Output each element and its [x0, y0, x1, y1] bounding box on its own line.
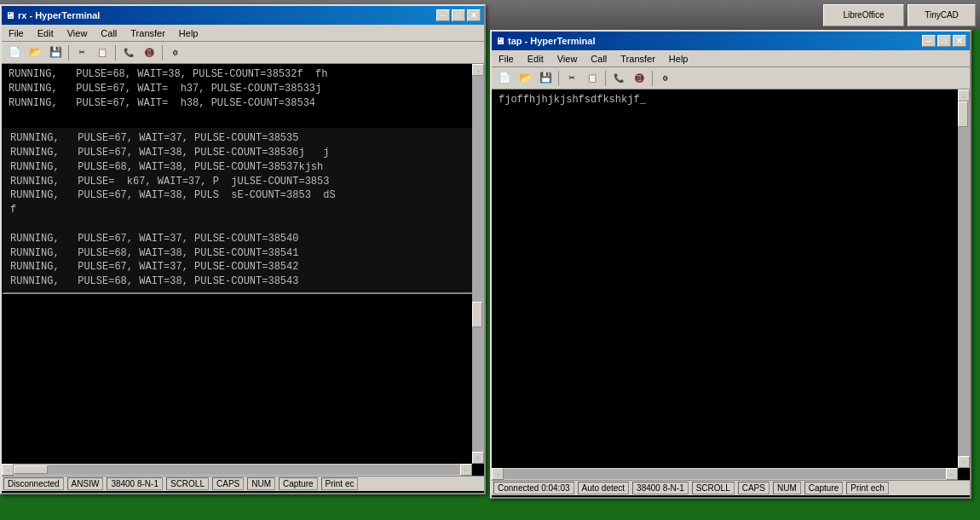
status-scroll-tap: SCROLL — [692, 482, 735, 494]
menu-view-tap[interactable]: View — [552, 53, 583, 65]
tb-copy-rx[interactable]: 📋 — [93, 44, 112, 61]
terminal-text-tap: fjoffhjhjkjshfsdfkshkjf_ — [495, 93, 966, 107]
menu-transfer-rx[interactable]: Transfer — [125, 27, 170, 39]
minimize-btn-rx[interactable]: ─ — [436, 9, 450, 21]
menu-view-rx[interactable]: View — [62, 27, 93, 39]
menu-edit-tap[interactable]: Edit — [522, 53, 549, 65]
scroll-down-btn-tap[interactable]: ▼ — [958, 456, 970, 468]
status-capture-tap: Capture — [804, 482, 844, 494]
menu-file-rx[interactable]: File — [3, 27, 29, 39]
toolbar-rx: 📄 📂 💾 ✂ 📋 📞 📵 ⚙ — [2, 42, 484, 64]
menu-help-rx[interactable]: Help — [174, 27, 204, 39]
window-icon-tap: 🖥 — [495, 36, 504, 46]
tb-cut-tap[interactable]: ✂ — [562, 70, 581, 87]
tb-save-rx[interactable]: 💾 — [46, 44, 65, 61]
hscroll-thumb-rx[interactable] — [14, 465, 48, 474]
tb-new-tap[interactable]: 📄 — [495, 70, 514, 87]
tb-sep2-tap — [605, 71, 606, 86]
terminal-line-7: RUNNING, PULSE= k67, WAIT=37, P jULSE-CO… — [7, 175, 479, 189]
tinycad-taskbar[interactable]: TinyCAD — [908, 4, 976, 26]
terminal-main-section: RUNNING, PULSE=67, WAIT=37, PULSE-COUNT=… — [2, 126, 484, 294]
tb-call-tap[interactable]: 📞 — [609, 70, 628, 87]
status-caps-tap: CAPS — [738, 482, 770, 494]
toolbar-tap: 📄 📂 💾 ✂ 📋 📞 📵 ⚙ — [492, 67, 970, 90]
scroll-thumb-rx[interactable] — [472, 302, 482, 327]
hscrollbar-tap[interactable]: ◄ ► — [492, 468, 958, 480]
tb-open-tap[interactable]: 📂 — [516, 70, 534, 87]
menu-call-tap[interactable]: Call — [585, 53, 612, 65]
scroll-right-btn-tap[interactable]: ► — [946, 468, 958, 480]
window-title-rx: rx - HyperTerminal — [18, 10, 100, 20]
status-bar-tap: Connected 0:04:03 Auto detect 38400 8-N-… — [492, 480, 970, 495]
scroll-left-btn-rx[interactable]: ◄ — [2, 464, 14, 476]
scroll-track-rx — [472, 76, 484, 452]
tb-sep2-rx — [115, 45, 116, 61]
rx-hyperterminal-window: 🖥 rx - HyperTerminal ─ □ ✕ File Edit Vie… — [0, 4, 486, 494]
vscrollbar-tap[interactable]: ▲ ▼ — [958, 90, 970, 468]
terminal-line-5: RUNNING, PULSE=67, WAIT=38, PULSE-COUNT=… — [7, 146, 479, 160]
tb-call-rx[interactable]: 📞 — [119, 44, 138, 61]
tb-open-rx[interactable]: 📂 — [26, 44, 44, 61]
libreoffice-taskbar[interactable]: LibreOffice — [823, 4, 904, 26]
terminal-line-12: RUNNING, PULSE=68, WAIT=38, PULSE-COUNT=… — [7, 246, 479, 261]
status-print-tap: Print ech — [846, 482, 888, 494]
menu-transfer-tap[interactable]: Transfer — [615, 53, 660, 65]
terminal-body-rx[interactable]: RUNNING, PULSE=68, WAIT=38, PULSE-COUNT=… — [2, 64, 484, 476]
status-encoding-tap: Auto detect — [578, 482, 630, 494]
window-title-tap: tap - HyperTerminal — [508, 36, 596, 46]
menu-file-tap[interactable]: File — [493, 53, 519, 65]
close-btn-rx[interactable]: ✕ — [467, 9, 481, 21]
terminal-top-section: RUNNING, PULSE=68, WAIT=38, PULSE-COUNT=… — [2, 64, 484, 126]
status-num-rx: NUM — [247, 477, 275, 490]
tb-disconnect-rx[interactable]: 📵 — [140, 44, 159, 61]
close-btn-tap[interactable]: ✕ — [953, 35, 966, 47]
tb-copy-tap[interactable]: 📋 — [583, 70, 602, 87]
tb-sep3-rx — [162, 45, 163, 61]
status-baud-rx: 38400 8-N-1 — [107, 477, 163, 490]
tb-sep3-tap — [652, 71, 653, 86]
scroll-right-btn-rx[interactable]: ► — [460, 464, 472, 476]
hscroll-track-tap — [504, 469, 946, 479]
terminal-line-13: RUNNING, PULSE=67, WAIT=37, PULSE-COUNT=… — [7, 260, 479, 274]
status-connection-tap: Connected 0:04:03 — [493, 482, 574, 494]
minimize-btn-tap[interactable]: ─ — [922, 35, 936, 47]
status-caps-rx: CAPS — [212, 477, 244, 490]
terminal-body-tap[interactable]: fjoffhjhjkjshfsdfkshkjf_ ▲ ▼ ◄ ► — [492, 90, 970, 480]
title-bar-rx: 🖥 rx - HyperTerminal ─ □ ✕ — [2, 6, 484, 25]
menu-edit-rx[interactable]: Edit — [32, 27, 59, 39]
maximize-btn-tap[interactable]: □ — [937, 35, 951, 47]
terminal-line-1: RUNNING, PULSE=67, WAIT= h37, PULSE-COUN… — [5, 82, 481, 96]
tb-new-rx[interactable]: 📄 — [5, 44, 24, 61]
scroll-up-btn-rx[interactable]: ▲ — [472, 64, 484, 76]
tb-cut-rx[interactable]: ✂ — [72, 44, 91, 61]
scroll-up-btn-tap[interactable]: ▲ — [958, 90, 970, 101]
scroll-thumb-tap[interactable] — [958, 101, 968, 127]
title-bar-tap: 🖥 tap - HyperTerminal ─ □ ✕ — [492, 32, 970, 50]
hscrollbar-rx[interactable]: ◄ ► — [2, 464, 472, 476]
tb-prop-tap[interactable]: ⚙ — [656, 70, 675, 87]
menu-call-rx[interactable]: Call — [95, 27, 122, 39]
status-print-rx: Print ec — [321, 477, 359, 490]
status-num-tap: NUM — [773, 482, 801, 494]
maximize-btn-rx[interactable]: □ — [452, 9, 465, 21]
vscrollbar-rx[interactable]: ▲ ▼ — [472, 64, 484, 464]
terminal-line-2: RUNNING, PULSE=67, WAIT= h38, PULSE-COUN… — [5, 96, 481, 111]
tb-disconnect-tap[interactable]: 📵 — [630, 70, 649, 87]
status-scroll-rx: SCROLL — [166, 477, 209, 490]
tb-prop-rx[interactable]: ⚙ — [166, 44, 185, 61]
hscroll-track-rx — [14, 465, 460, 475]
terminal-line-4: RUNNING, PULSE=67, WAIT=37, PULSE-COUNT=… — [7, 131, 479, 146]
terminal-line-0: RUNNING, PULSE=68, WAIT=38, PULSE-COUNT=… — [5, 67, 481, 82]
menu-help-tap[interactable]: Help — [664, 53, 694, 65]
terminal-line-6: RUNNING, PULSE=68, WAIT=38, PULSE-COUNT=… — [7, 160, 479, 175]
terminal-line-11: RUNNING, PULSE=67, WAIT=37, PULSE-COUNT=… — [7, 232, 479, 246]
terminal-line-10 — [7, 217, 479, 232]
terminal-line-9: f — [7, 203, 479, 217]
scroll-left-btn-tap[interactable]: ◄ — [492, 468, 504, 480]
status-baud-tap: 38400 8-N-1 — [632, 482, 689, 494]
scroll-down-btn-rx[interactable]: ▼ — [472, 452, 484, 464]
status-capture-rx: Capture — [279, 477, 318, 490]
status-encoding-rx: ANSIW — [67, 477, 104, 490]
menu-bar-tap: File Edit View Call Transfer Help — [492, 50, 970, 67]
tb-save-tap[interactable]: 💾 — [536, 70, 555, 87]
